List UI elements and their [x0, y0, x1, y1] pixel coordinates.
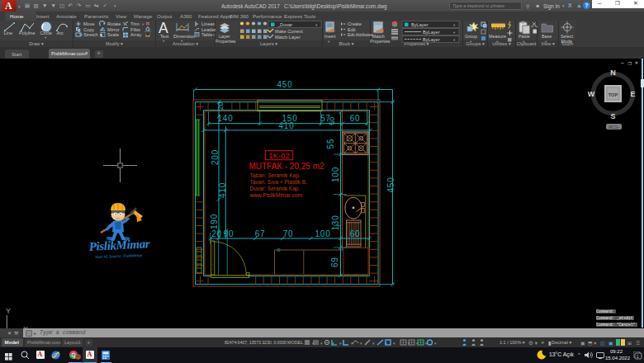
svg-text:ByLayer: ByLayer — [423, 30, 440, 35]
svg-text:Create: Create — [348, 21, 362, 26]
svg-text:PislikMimar: PislikMimar — [88, 237, 150, 253]
svg-text:Properties: Properties — [215, 39, 236, 44]
svg-text:Tavan: Sıva + Plastik B.: Tavan: Sıva + Plastik B. — [250, 179, 308, 185]
svg-text:Taban: Seramik Kap.: Taban: Seramik Kap. — [250, 172, 301, 179]
svg-text:▾: ▾ — [339, 341, 342, 346]
svg-text:Paste: Paste — [519, 34, 530, 39]
svg-text:Rotate: Rotate — [107, 21, 121, 26]
svg-text:Arc: Arc — [57, 31, 64, 35]
svg-text:ByLayer: ByLayer — [423, 37, 440, 42]
svg-text:▾: ▾ — [181, 39, 183, 43]
svg-text:410: 410 — [218, 182, 227, 198]
svg-text:450: 450 — [386, 177, 395, 192]
svg-text:Mirror: Mirror — [107, 27, 120, 32]
svg-text:410: 410 — [278, 121, 294, 130]
svg-text:Text: Text — [160, 34, 169, 39]
svg-text:20: 20 — [211, 229, 222, 238]
svg-text:N: N — [610, 68, 616, 77]
svg-text:Trim: Trim — [130, 21, 140, 26]
svg-text:▾: ▾ — [328, 40, 330, 44]
svg-text:S: S — [610, 112, 615, 120]
svg-text:90: 90 — [224, 229, 234, 238]
svg-text:▾: ▾ — [372, 341, 375, 346]
svg-text:Edit Attributes: Edit Attributes — [348, 32, 373, 37]
svg-text:450: 450 — [277, 80, 292, 89]
svg-text:▾: ▾ — [360, 341, 362, 346]
svg-text:MUTFAK - 20,25 m2: MUTFAK - 20,25 m2 — [249, 162, 324, 171]
svg-text:69: 69 — [330, 257, 339, 267]
svg-text:▾: ▾ — [496, 40, 499, 44]
svg-text:▾: ▾ — [213, 22, 215, 26]
svg-text:Line: Line — [4, 31, 13, 35]
svg-text:Stretch: Stretch — [83, 32, 98, 37]
svg-text:70: 70 — [283, 229, 294, 238]
svg-text:67: 67 — [255, 229, 266, 238]
svg-text:W: W — [588, 90, 595, 98]
svg-text:_Duvar: _Duvar — [277, 22, 292, 27]
svg-text:▾: ▾ — [470, 40, 472, 44]
svg-text:50: 50 — [328, 117, 336, 125]
svg-text:▾: ▾ — [523, 40, 525, 44]
svg-text:▾: ▾ — [545, 40, 547, 44]
svg-text:▾: ▾ — [142, 22, 144, 26]
svg-text:55: 55 — [326, 139, 335, 149]
svg-text:60: 60 — [350, 229, 361, 238]
svg-text:20: 20 — [216, 102, 225, 111]
svg-text:Group: Group — [465, 34, 477, 39]
svg-text:100: 100 — [331, 167, 340, 182]
svg-text:Array: Array — [130, 32, 142, 37]
svg-text:▾: ▾ — [320, 341, 323, 346]
svg-text:1K-02: 1K-02 — [268, 151, 289, 160]
svg-text:www.PislikMimar.com: www.PislikMimar.com — [249, 192, 303, 198]
svg-text:▾: ▾ — [45, 35, 47, 40]
svg-text:TOP: TOP — [608, 92, 618, 97]
svg-text:Match Layer: Match Layer — [275, 35, 301, 40]
svg-text:E: E — [630, 90, 635, 98]
svg-text:Copy: Copy — [83, 27, 94, 32]
svg-text:Properties: Properties — [370, 39, 391, 44]
svg-text:Fillet: Fillet — [130, 27, 140, 32]
svg-text:WCS: WCS — [608, 125, 618, 130]
svg-text:100: 100 — [315, 229, 330, 238]
svg-text:Scale: Scale — [107, 32, 119, 37]
svg-text:ByLayer: ByLayer — [411, 22, 429, 27]
svg-text:▾: ▾ — [213, 33, 215, 37]
svg-text:Base: Base — [542, 34, 552, 39]
svg-text:Your #1 Source, PislikMimar: Your #1 Source, PislikMimar — [95, 253, 143, 259]
svg-text:Mode: Mode — [561, 39, 573, 44]
svg-text:Insert: Insert — [324, 34, 336, 39]
svg-text:200: 200 — [211, 149, 220, 165]
svg-text:Polyline: Polyline — [19, 31, 36, 35]
svg-text:130: 130 — [331, 214, 340, 230]
svg-text:▾: ▾ — [434, 341, 437, 346]
svg-text:▾: ▾ — [618, 125, 619, 130]
svg-text:Make Current: Make Current — [275, 29, 303, 34]
svg-text:▾: ▾ — [393, 341, 395, 346]
svg-text:Duvar: Seramik Kap.: Duvar: Seramik Kap. — [250, 186, 301, 192]
svg-text:190: 190 — [210, 214, 219, 229]
svg-text:▾: ▾ — [163, 39, 165, 43]
svg-text:Move: Move — [83, 21, 95, 26]
svg-text:Measure: Measure — [489, 34, 506, 39]
svg-text:60: 60 — [350, 114, 361, 123]
svg-text:Table: Table — [201, 32, 212, 37]
svg-text:Edit: Edit — [348, 27, 356, 32]
svg-text:Y: Y — [6, 307, 11, 315]
svg-text:Dimension: Dimension — [173, 34, 195, 39]
